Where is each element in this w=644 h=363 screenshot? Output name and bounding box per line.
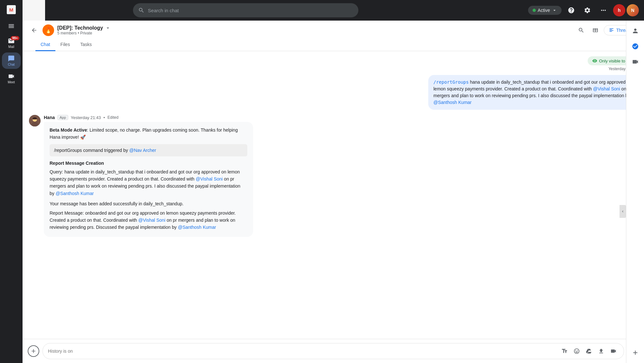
bot-message-content: Hana App Yesterday 21:43 • Edited Beta M… [44,115,253,237]
chevron-down-icon [552,8,557,13]
sidebar: M 99+ Mail Chat Meet [0,0,23,363]
active-dot [533,9,536,12]
right-panel-tasks-button[interactable] [629,40,642,53]
sidebar-item-meet-label: Meet [8,80,15,84]
chat-tabs: Chat Files Tasks [29,39,638,51]
query-mention-2[interactable]: @Santhosh Kumar [56,191,94,196]
right-panel [626,21,644,363]
beta-line: Beta Mode Active: Limited scope, no char… [50,126,247,141]
mail-badge: 99+ [11,36,19,40]
apps-button[interactable] [597,4,610,17]
chevron-down-icon [105,25,111,31]
menu-button[interactable] [2,20,21,33]
threads-icon [609,27,614,33]
trigger-mention[interactable]: @Nav Archer [129,148,156,153]
topbar: Active h N [45,0,644,21]
sidebar-item-mail-label: Mail [8,45,14,49]
upload-button[interactable] [596,346,606,356]
sidebar-item-chat[interactable]: Chat [2,52,21,69]
right-panel-add-button[interactable] [629,346,642,359]
chat-header: 🔥 [DEP]: Technology 5 members • Private [23,21,644,51]
message-input-container [43,343,624,359]
query-text: Query: hana update in daily_tech_standup… [50,168,247,197]
main-content: Active h N [23,0,644,363]
back-button[interactable] [29,25,39,35]
format-button[interactable] [559,346,570,356]
group-icon: 🔥 [43,24,54,36]
user-mention-1[interactable]: @Vishal Soni [593,86,620,91]
input-area [23,339,644,363]
avatar-container: h N [613,4,639,16]
tab-tasks[interactable]: Tasks [75,39,97,51]
bot-message-meta: Hana App Yesterday 21:43 • Edited [44,115,253,120]
user-command: /reportGroups [433,79,469,85]
tab-chat[interactable]: Chat [35,39,55,51]
settings-button[interactable] [581,4,594,17]
beta-prefix: Beta Mode Active [50,127,87,133]
help-button[interactable] [565,4,578,17]
video-button[interactable] [608,346,619,356]
privacy-label: Private [80,31,92,35]
report-mention-1[interactable]: @Vishal Soni [138,218,166,223]
tab-files[interactable]: Files [55,39,75,51]
active-label: Active [538,8,550,13]
report-mention-2[interactable]: @Santhosh Kumar [178,225,216,230]
expand-panel-button[interactable] [620,205,626,218]
members-count: 5 members [57,31,77,35]
bot-message-container: Hana App Yesterday 21:43 • Edited Beta M… [29,115,638,237]
sidebar-item-chat-label: Chat [8,63,14,66]
search-icon [138,7,145,14]
input-action-icons [559,346,619,356]
search-bar[interactable] [133,3,358,17]
bot-avatar [29,115,41,126]
report-section-title: Report Message Creation [50,160,247,167]
flame-emoji: 🔥 [45,27,52,34]
layout-button[interactable] [590,24,601,36]
query-text3: by [50,191,56,196]
eye-icon [592,58,597,63]
chat-title[interactable]: [DEP]: Technology [57,25,111,31]
chat-header-top: 🔥 [DEP]: Technology 5 members • Private [29,24,638,36]
messages-area: Only visible to you Yesterday 21:43 /rep… [23,51,644,339]
active-status-button[interactable]: Active [528,6,562,15]
add-content-button[interactable] [28,345,39,357]
query-mention-1[interactable]: @Vishal Soni [196,176,223,182]
success-text: Your message has been added successfully… [50,200,247,207]
edited-label: Edited [108,115,118,120]
chat-title-text: [DEP]: Technology [57,25,103,31]
chat-search-button[interactable] [575,24,587,36]
chat-subtitle: 5 members • Private [57,31,111,35]
drive-button[interactable] [584,346,594,356]
chat-window: 🔥 [DEP]: Technology 5 members • Private [23,21,644,363]
trigger-prefix: /reportGroups command triggered by [54,148,129,153]
bot-message-bubble: Beta Mode Active: Limited scope, no char… [44,122,253,237]
user-message-bubble: /reportGroups hana update in daily_tech_… [428,75,638,110]
gmail-logo[interactable]: M [4,3,19,17]
emoji-button[interactable] [572,346,582,356]
chat-header-left: 🔥 [DEP]: Technology 5 members • Private [29,24,111,36]
sidebar-item-meet[interactable]: Meet [2,70,21,87]
report-message: Report Message: onboarded and got our or… [50,209,247,231]
visibility-section: Only visible to you Yesterday 21:43 [29,56,638,71]
user-avatar[interactable]: N [627,4,639,16]
chat-title-area: [DEP]: Technology 5 members • Private [57,25,111,35]
user-message-container: /reportGroups hana update in daily_tech_… [29,75,638,110]
right-panel-person-button[interactable] [629,24,642,37]
bot-timestamp: Yesterday 21:43 [71,115,101,120]
trigger-line: /reportGroups command triggered by @Nav … [50,144,247,156]
message-input[interactable] [48,349,557,354]
search-input[interactable] [148,8,353,13]
app-badge: App [57,115,68,120]
hana-avatar-svg [29,115,41,126]
topbar-actions: Active h N [528,4,639,17]
hanabi-avatar[interactable]: h [613,4,625,16]
svg-text:M: M [9,7,14,13]
sidebar-item-mail[interactable]: 99+ Mail [2,35,21,51]
hanabi-letter: h [618,8,621,13]
right-panel-meet-button[interactable] [629,55,642,68]
bot-name: Hana [44,115,55,120]
user-mention-2[interactable]: @Santhosh Kumar [433,100,472,105]
